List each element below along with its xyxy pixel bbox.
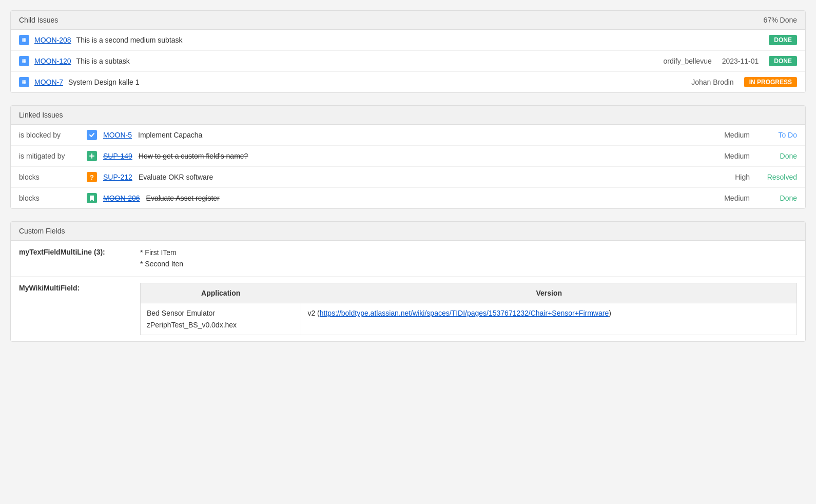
- bookmark-icon: [87, 193, 97, 203]
- custom-field-row-wiki: MyWikiMultiField: Application Version Be…: [11, 277, 805, 341]
- linked-issues-section: Linked Issues is blocked by MOON-5 Imple…: [10, 105, 806, 209]
- custom-fields-header: Custom Fields: [11, 222, 805, 241]
- version-link[interactable]: https://boldtype.atlassian.net/wiki/spac…: [320, 309, 609, 317]
- issue-key-moon5[interactable]: MOON-5: [103, 131, 132, 139]
- issue-meta-moon120: ordify_bellevue 2023-11-01 DONE: [664, 56, 797, 66]
- link-status-0: To Do: [756, 131, 797, 139]
- link-type-3: blocks: [19, 194, 81, 202]
- child-issues-section: Child Issues 67% Done MOON-208 This is a…: [10, 10, 806, 93]
- subtask-icon: [19, 77, 29, 87]
- issue-summary-moon120: This is a subtask: [76, 57, 658, 65]
- issue-summary-moon208: This is a second medium subtask: [76, 36, 764, 44]
- cf-text-line-2: * Second Iten: [140, 258, 797, 269]
- cf-value-text: * First ITem * Second Iten: [140, 247, 797, 270]
- app-name-1: Bed Sensor Emulator: [147, 309, 215, 317]
- app-name-2: zPeriphTest_BS_v0.0dx.hex: [147, 321, 237, 329]
- issue-key-moon208[interactable]: MOON-208: [34, 36, 71, 44]
- link-type-2: blocks: [19, 173, 81, 181]
- link-status-1: Done: [756, 152, 797, 160]
- plus-icon: [87, 151, 97, 161]
- linked-summary-1: How to get a custom field's name?: [139, 152, 708, 160]
- priority-1: Medium: [714, 152, 750, 160]
- issue-key-moon7[interactable]: MOON-7: [34, 78, 63, 86]
- cf-label-text: myTextFieldMultiLine (3):: [19, 247, 132, 256]
- custom-fields-section: Custom Fields myTextFieldMultiLine (3): …: [10, 221, 806, 342]
- status-badge-moon120: DONE: [769, 56, 797, 66]
- issue-meta-moon208: DONE: [769, 35, 797, 45]
- wiki-table: Application Version Bed Sensor Emulator …: [140, 283, 797, 335]
- status-badge-moon208: DONE: [769, 35, 797, 45]
- wiki-table-cell-ver: v2 (https://boldtype.atlassian.net/wiki/…: [301, 303, 797, 335]
- issue-key-moon120[interactable]: MOON-120: [34, 57, 71, 65]
- cf-text-line-1: * First ITem: [140, 247, 797, 258]
- linked-issue-row: is mitigated by SUP-149 How to get a cus…: [11, 146, 805, 167]
- wiki-table-row: Bed Sensor Emulator zPeriphTest_BS_v0.0d…: [141, 303, 797, 335]
- child-issues-title: Child Issues: [19, 16, 58, 24]
- wiki-table-header-app: Application: [141, 283, 301, 303]
- wiki-table-cell-app: Bed Sensor Emulator zPeriphTest_BS_v0.0d…: [141, 303, 301, 335]
- linked-issues-title: Linked Issues: [19, 111, 63, 119]
- assignee-moon7: Johan Brodin: [691, 78, 734, 86]
- child-issues-header: Child Issues 67% Done: [11, 11, 805, 30]
- linked-issues-header: Linked Issues: [11, 106, 805, 125]
- subtask-icon: [19, 56, 29, 66]
- link-type-0: is blocked by: [19, 131, 81, 139]
- linked-summary-0: Implement Capacha: [138, 131, 708, 139]
- status-badge-moon7: IN PROGRESS: [744, 77, 797, 87]
- cf-value-wiki: Application Version Bed Sensor Emulator …: [140, 283, 797, 335]
- linked-issue-row: is blocked by MOON-5 Implement Capacha M…: [11, 125, 805, 146]
- priority-2: High: [714, 173, 750, 181]
- custom-field-row-text: myTextFieldMultiLine (3): * First ITem *…: [11, 241, 805, 277]
- check-icon: [87, 130, 97, 140]
- question-icon: ?: [87, 172, 97, 182]
- linked-issue-row: blocks MOON-206 Evaluate Asset register …: [11, 188, 805, 208]
- subtask-icon: [19, 35, 29, 45]
- priority-0: Medium: [714, 131, 750, 139]
- priority-3: Medium: [714, 194, 750, 202]
- wiki-table-header-ver: Version: [301, 283, 797, 303]
- progress-label: 67% Done: [764, 16, 797, 24]
- progress-row: 67% Done: [757, 16, 797, 24]
- version-link-paren-close: ): [609, 309, 611, 317]
- cf-label-wiki: MyWikiMultiField:: [19, 283, 132, 292]
- assignee-moon120: ordify_bellevue: [664, 57, 712, 65]
- issue-key-sup149[interactable]: SUP-149: [103, 152, 132, 160]
- link-type-1: is mitigated by: [19, 152, 81, 160]
- child-issue-row: MOON-120 This is a subtask ordify_bellev…: [11, 51, 805, 72]
- date-moon120: 2023-11-01: [722, 57, 759, 65]
- issue-key-moon206[interactable]: MOON-206: [103, 194, 140, 202]
- child-issue-row: MOON-7 System Design kalle 1 Johan Brodi…: [11, 72, 805, 92]
- linked-summary-2: Evaluate OKR software: [139, 173, 708, 181]
- issue-key-sup212[interactable]: SUP-212: [103, 173, 132, 181]
- custom-fields-title: Custom Fields: [19, 227, 65, 235]
- link-status-2: Resolved: [756, 173, 797, 181]
- link-status-3: Done: [756, 194, 797, 202]
- linked-issue-row: blocks ? SUP-212 Evaluate OKR software H…: [11, 167, 805, 188]
- issue-meta-moon7: Johan Brodin IN PROGRESS: [691, 77, 797, 87]
- child-issue-row: MOON-208 This is a second medium subtask…: [11, 30, 805, 51]
- issue-summary-moon7: System Design kalle 1: [68, 78, 686, 86]
- version-text: v2: [307, 309, 317, 317]
- linked-summary-3: Evaluate Asset register: [146, 194, 708, 202]
